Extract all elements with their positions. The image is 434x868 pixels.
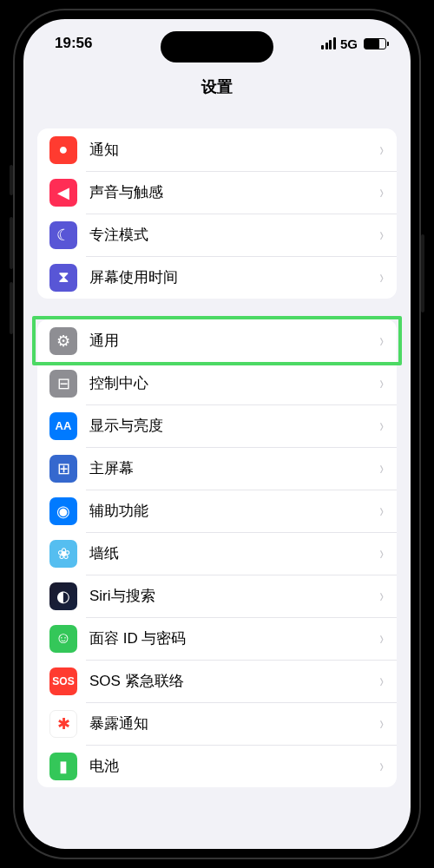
chevron-right-icon: › (379, 544, 383, 563)
settings-row-exposure-notifications[interactable]: ✱暴露通知› (37, 702, 397, 745)
settings-row-label: 面容 ID 与密码 (89, 628, 378, 648)
faceid-icon: ☺ (49, 625, 77, 653)
chevron-right-icon: › (379, 459, 383, 478)
settings-row-screen-time[interactable]: ⧗屏幕使用时间› (37, 256, 397, 299)
settings-row-label: 通知 (89, 140, 378, 160)
volume-down-button (10, 282, 13, 334)
chevron-right-icon: › (379, 226, 383, 245)
chevron-right-icon: › (379, 417, 383, 436)
phone-frame: 19:56 5G 设置 ●通知›◀声音与触感›☾专注模式›⧗屏幕使用时间›⚙通用… (13, 9, 421, 859)
settings-row-label: 屏幕使用时间 (89, 267, 378, 287)
siri-icon: ◐ (49, 582, 77, 610)
chevron-right-icon: › (379, 268, 383, 287)
speaker-icon: ◀ (49, 179, 77, 207)
settings-row-label: 电池 (89, 756, 378, 776)
cellular-signal-icon (321, 37, 336, 49)
screen: 19:56 5G 设置 ●通知›◀声音与触感›☾专注模式›⧗屏幕使用时间›⚙通用… (23, 19, 411, 849)
page-title: 设置 (23, 68, 411, 111)
switches-icon: ⊟ (49, 370, 77, 398)
battery-icon (364, 38, 386, 49)
sos-icon: SOS (49, 667, 77, 695)
status-indicators: 5G (321, 36, 386, 51)
settings-row-focus[interactable]: ☾专注模式› (37, 214, 397, 256)
silent-switch (10, 165, 13, 195)
settings-row-label: 主屏幕 (89, 458, 378, 478)
settings-row-label: 专注模式 (89, 225, 378, 245)
chevron-right-icon: › (379, 714, 383, 733)
settings-row-siri-search[interactable]: ◐Siri与搜索› (37, 575, 397, 617)
settings-row-emergency-sos[interactable]: SOSSOS 紧急联络› (37, 660, 397, 702)
chevron-right-icon: › (379, 502, 383, 521)
settings-group: ⚙通用›⊟控制中心›AA显示与亮度›⊞主屏幕›◉辅助功能›❀墙纸›◐Siri与搜… (37, 319, 397, 787)
gear-icon: ⚙ (49, 327, 77, 355)
settings-row-face-id-passcode[interactable]: ☺面容 ID 与密码› (37, 617, 397, 660)
settings-row-accessibility[interactable]: ◉辅助功能› (37, 490, 397, 532)
power-button (421, 234, 424, 312)
settings-row-label: 墙纸 (89, 543, 378, 563)
settings-row-home-screen[interactable]: ⊞主屏幕› (37, 447, 397, 490)
settings-row-label: Siri与搜索 (89, 586, 378, 606)
settings-row-label: 辅助功能 (89, 501, 378, 521)
settings-row-general[interactable]: ⚙通用› (37, 319, 397, 362)
battery-icon: ▮ (49, 753, 77, 780)
chevron-right-icon: › (379, 629, 383, 648)
settings-row-label: 声音与触感 (89, 182, 378, 202)
dynamic-island (161, 31, 273, 62)
settings-group: ●通知›◀声音与触感›☾专注模式›⧗屏幕使用时间› (37, 128, 397, 299)
chevron-right-icon: › (379, 757, 383, 776)
settings-row-wallpaper[interactable]: ❀墙纸› (37, 532, 397, 575)
accessibility-icon: ◉ (49, 497, 77, 525)
settings-row-label: 暴露通知 (89, 713, 378, 733)
moon-icon: ☾ (49, 221, 77, 249)
network-label: 5G (340, 36, 358, 51)
settings-row-label: 显示与亮度 (89, 416, 378, 436)
flower-icon: ❀ (49, 540, 77, 568)
settings-row-battery[interactable]: ▮电池› (37, 745, 397, 787)
settings-row-display-brightness[interactable]: AA显示与亮度› (37, 404, 397, 447)
settings-row-label: 通用 (89, 331, 378, 351)
hourglass-icon: ⧗ (49, 264, 77, 292)
settings-row-control-center[interactable]: ⊟控制中心› (37, 362, 397, 404)
settings-list[interactable]: ●通知›◀声音与触感›☾专注模式›⧗屏幕使用时间›⚙通用›⊟控制中心›AA显示与… (23, 111, 411, 849)
chevron-right-icon: › (379, 587, 383, 606)
settings-row-sound-haptics[interactable]: ◀声音与触感› (37, 171, 397, 214)
volume-up-button (10, 217, 13, 269)
grid-icon: ⊞ (49, 455, 77, 483)
bell-icon: ● (49, 136, 77, 164)
text-size-icon: AA (49, 412, 77, 440)
settings-row-label: SOS 紧急联络 (89, 671, 378, 691)
chevron-right-icon: › (379, 183, 383, 202)
settings-row-label: 控制中心 (89, 373, 378, 393)
chevron-right-icon: › (379, 374, 383, 393)
virus-icon: ✱ (49, 710, 77, 738)
status-time: 19:56 (55, 35, 92, 52)
chevron-right-icon: › (379, 332, 383, 351)
settings-row-notifications[interactable]: ●通知› (37, 128, 397, 171)
chevron-right-icon: › (379, 141, 383, 160)
chevron-right-icon: › (379, 672, 383, 691)
